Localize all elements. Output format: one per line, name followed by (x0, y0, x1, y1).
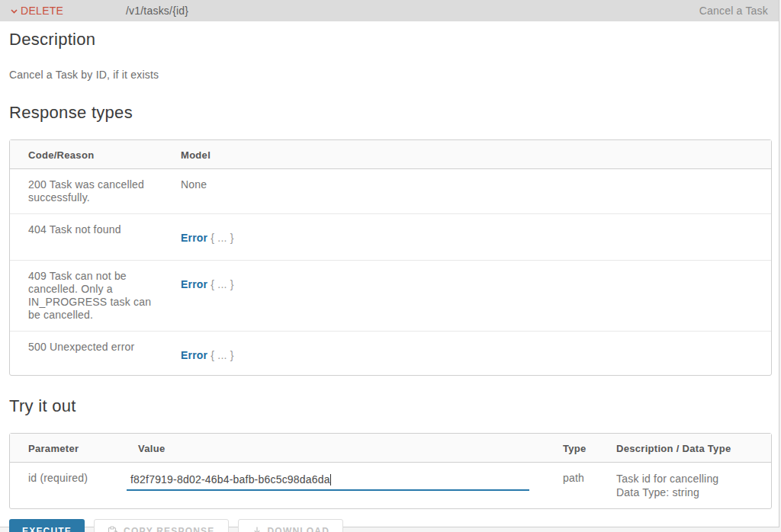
response-model-cell: None (162, 169, 771, 214)
download-label: DOWNLOAD (268, 526, 330, 532)
download-icon (252, 526, 262, 532)
action-button-row: EXECUTE COPY RESPONSE (9, 519, 771, 532)
id-value-text: f82f7919-8d02-46b4-bafb-b6c5c98da6da (130, 473, 330, 486)
response-types-heading: Response types (9, 103, 771, 123)
description-heading: Description (9, 30, 771, 50)
copy-response-label: COPY RESPONSE (124, 526, 214, 532)
text-caret (330, 474, 331, 486)
table-row: id (required) f82f7919-8d02-46b4-bafb-b6… (10, 463, 771, 508)
download-button[interactable]: DOWNLOAD (238, 519, 344, 532)
copy-icon (108, 526, 118, 532)
method-collapse-toggle[interactable]: DELETE (9, 5, 126, 17)
response-types-table: Code/Reason Model 200 Task was cancelled… (9, 139, 772, 376)
error-model-link[interactable]: Error (181, 232, 207, 244)
column-header-type: Type (545, 434, 598, 463)
response-model-cell: Error { ... } (162, 332, 771, 375)
column-header-code-reason: Code/Reason (10, 140, 162, 169)
error-model-link[interactable]: Error (181, 278, 207, 290)
column-header-description-data-type: Description / Data Type (598, 434, 771, 463)
id-value-input[interactable]: f82f7919-8d02-46b4-bafb-b6c5c98da6da (127, 472, 529, 491)
response-code-cell: 409 Task can not be cancelled. Only a IN… (10, 261, 162, 332)
table-row: 500 Unexpected error Error { ... } (10, 332, 771, 375)
response-model-cell: Error { ... } (162, 214, 771, 261)
response-table-header-row: Code/Reason Model (10, 140, 771, 169)
table-row: 200 Task was cancelled successfully. Non… (10, 169, 771, 214)
endpoint-path: /v1/tasks/{id} (126, 5, 188, 17)
endpoint-panel: DELETE /v1/tasks/{id} Cancel a Task Desc… (0, 0, 779, 527)
parameter-name-cell: id (required) (10, 463, 120, 508)
error-model-braces: { ... } (211, 232, 233, 244)
endpoint-header: DELETE /v1/tasks/{id} Cancel a Task (0, 0, 779, 21)
error-model-link[interactable]: Error (181, 349, 207, 361)
parameter-description-line: Task id for cancelling (616, 472, 765, 486)
try-table-header-row: Parameter Value Type Description / Data … (10, 434, 771, 463)
response-code-cell: 500 Unexpected error (10, 332, 162, 375)
execute-button[interactable]: EXECUTE (9, 519, 85, 532)
response-code-cell: 200 Task was cancelled successfully. (10, 169, 162, 214)
column-header-value: Value (120, 434, 545, 463)
try-it-out-table: Parameter Value Type Description / Data … (9, 433, 772, 509)
copy-response-button[interactable]: COPY RESPONSE (94, 519, 228, 532)
error-model-braces: { ... } (211, 349, 233, 361)
chevron-down-icon (9, 6, 19, 16)
parameter-description-cell: Task id for cancelling Data Type: string (598, 463, 771, 508)
endpoint-title: Cancel a Task (699, 5, 768, 17)
parameter-datatype-line: Data Type: string (616, 486, 765, 499)
response-model-cell: Error { ... } (162, 261, 771, 332)
response-code-cell: 404 Task not found (10, 214, 162, 261)
parameter-type-cell: path (545, 463, 598, 508)
column-header-parameter: Parameter (10, 434, 120, 463)
column-header-model: Model (162, 140, 771, 169)
table-row: 409 Task can not be cancelled. Only a IN… (10, 261, 771, 332)
table-row: 404 Task not found Error { ... } (10, 214, 771, 261)
try-it-out-heading: Try it out (9, 396, 771, 416)
description-text: Cancel a Task by ID, if it exists (9, 69, 771, 81)
parameter-value-cell: f82f7919-8d02-46b4-bafb-b6c5c98da6da (120, 463, 545, 508)
error-model-braces: { ... } (211, 278, 233, 290)
http-method-label: DELETE (21, 5, 63, 17)
